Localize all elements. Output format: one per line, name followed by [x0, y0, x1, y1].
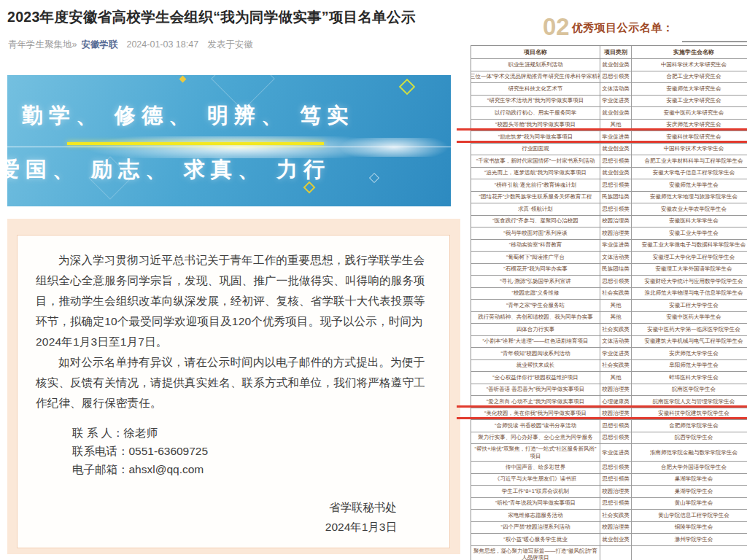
table-row: “善听善语 善思善为”我为同学做实事项目校园治理类皖南医学院学生会	[471, 384, 747, 397]
account-link[interactable]: 安徽学联	[81, 39, 117, 50]
cell-cat: 校园治理类	[600, 216, 632, 228]
cell-union: 安徽医科大学学生会	[632, 216, 747, 228]
contact-block: 联 系 人：徐老师 联系电话：0551-63609725 电子邮箱：ahsxl@…	[72, 424, 432, 478]
highlight-underline	[457, 128, 747, 131]
contact-person: 联 系 人：徐老师	[72, 424, 432, 442]
table-row: 践行劳动精神、共创和谐校园、我为同学办实事其他安徽中医药大学学生会	[471, 312, 747, 324]
cell-union: 黄山学院学生会	[632, 498, 747, 510]
banner-slogan-line2: 爱国、 励志、 求真、 力行	[7, 155, 330, 184]
cell-cat: 校园治理类	[600, 486, 632, 498]
contact-phone: 联系电话：0551-63609725	[72, 442, 432, 460]
cell-name: 学生工作“8+1”联席会议机制	[471, 486, 600, 498]
diamond-outline-icon	[399, 79, 416, 96]
cell-name: “全心权益伴你行”校园权益维护项目	[471, 372, 600, 384]
cell-name: “我与学校面对面”系列座谈	[471, 228, 600, 240]
notice-paragraph-2: 如对公示名单持有异议，请在公示时间内以电子邮件的方式提出。为便于核实、反馈有关情…	[36, 352, 432, 413]
table-top-divider	[682, 41, 747, 42]
table-row: “千家书故事，新时代家国情怀”一封家书系列活动思想引领类合肥工业大学材料科学与工…	[471, 155, 747, 168]
cell-cat: 学业促进类	[600, 348, 632, 360]
cell-union: 安徽大学电子信息工程学院学生会	[632, 168, 747, 180]
cell-cat: 文体活动类	[600, 252, 632, 264]
article-meta: 青年学生聚集地»安徽学联2024-01-03 18:47发表于安徽	[8, 39, 253, 51]
table-row: “追光而上，逐梦远航”我为同学做实事项目就业创业类安徽大学电子信息工程学院学生会	[471, 168, 747, 180]
table-row: “青年领知”校园阅读系列活动学业促进类安庆师范大学学生会	[471, 348, 747, 360]
table-row: “合师悦读 书香校园”读书分享活动思想引领类合肥师范学院学生会	[471, 420, 747, 432]
cell-name: “听松”青年说我为同学做实事项目	[471, 498, 600, 510]
cell-union: 安徽工业大学研究生会	[632, 96, 747, 108]
cell-cat: 其他	[600, 312, 632, 324]
cell-name: 传中国声音、绘多彩世界	[471, 462, 600, 474]
cell-cat: 思想引领类	[600, 179, 632, 192]
table-row: 学生工作“8+1”联席会议机制校园治理类巢湖学院学生会	[471, 486, 747, 498]
cell-union: 淮南师范学院金融与数学学院学生会	[632, 444, 747, 462]
cell-union: 滁州学院学生会	[632, 534, 747, 546]
cell-cat: 其他	[600, 372, 632, 384]
cell-union: 安徽师范大学学生会	[632, 179, 747, 192]
cell-cat: 思想引领类	[600, 276, 632, 288]
cell-name: 聚力行实事、同心办好事、全心全意为同学服务	[471, 432, 600, 445]
cell-union: 安徽工业大学微电子与数据科学学院学生会	[632, 240, 747, 252]
signature-block: 省学联秘书处 2024年1月3日	[36, 497, 432, 537]
table-row: 家电维修志愿服务活动社会实践类黄山学院信息工程学院学生会	[471, 510, 747, 522]
cell-cat: 思想引领类	[600, 462, 632, 474]
cell-cat: 文体活动类	[600, 336, 632, 349]
cell-cat: 民族团结类	[600, 192, 632, 204]
cell-cat: 其他	[600, 300, 632, 312]
table-row: “青年之家”学生会服务站其他安徽工程大学学生会	[471, 300, 747, 312]
cell-union: 皖西学院学生会	[632, 432, 747, 445]
cell-union: 合肥大学外国语学院学生会	[632, 462, 747, 474]
table-row: “石榴花开”我为同学办实事民族团结类安徽理工大学外国语学院学生会	[471, 264, 747, 276]
cell-name: “团结花开”少数民族学生联系服务关怀教育工程	[471, 192, 600, 204]
table-row: 传中国声音、绘多彩世界思想引领类合肥大学外国语学院学生会	[471, 462, 747, 474]
cell-cat: 民族团结类	[600, 264, 632, 276]
cell-cat: 思想引领类	[600, 71, 632, 84]
cell-union: 安庆师范大学学生会	[632, 348, 747, 360]
table-row: 求真·领航计划思想引领类安徽农业大学农学院学生会	[471, 203, 747, 216]
table-row: “听松”青年说我为同学做实事项目思想引领类黄山学院学生会	[471, 498, 747, 510]
cell-name: 就业帮扶来成长	[471, 360, 600, 373]
section-number: 02	[543, 15, 570, 39]
cell-cat: 学业促进类	[600, 444, 632, 462]
cell-union: 合肥工业大学材料科学与工程学院学生会	[632, 155, 747, 168]
cell-name: 践行劳动精神、共创和谐校园、我为同学办实事	[471, 312, 600, 324]
cell-cat: 思想引领类	[600, 420, 632, 432]
table-row: 研究生科技文化艺术节文体活动类安徽师范大学研究生会	[471, 83, 747, 96]
table-row: “团结花开”少数民族学生联系服务关怀教育工程民族团结类安徽师范大学地理与旅游学院…	[471, 192, 747, 204]
cell-name: “善听善语 善思善为”我为同学做实事项目	[471, 384, 600, 397]
table-row: 聚力行实事、同心办好事、全心全意为同学服务思想引领类皖西学院学生会	[471, 432, 747, 445]
cell-union: 安徽中医药大学研究生会	[632, 107, 747, 120]
cell-cat: 校园治理类	[600, 522, 632, 534]
cell-union	[632, 546, 747, 560]
signature-org: 省学联秘书处	[36, 497, 397, 517]
page: 2023年度安徽省高校学生会组织“我为同学做实事”项目名单公示 青年学生聚集地»…	[0, 0, 747, 560]
diamond-icon	[179, 76, 187, 83]
table-body: 职业生涯规划系列活动就业创业类中国科学技术大学研究生会“三位一体”学术交流品牌助…	[471, 59, 747, 560]
diamond-outline-icon	[369, 173, 379, 183]
cell-name: “榜样引航·逐光前行”教育铸魂计划	[471, 179, 600, 192]
projects-table: 项目名称 项目类别 实施学生会名称 职业生涯规划系列活动就业创业类中国科学技术大…	[471, 45, 747, 560]
cell-cat: 文体活动类	[600, 83, 632, 96]
cell-union: 蚌埠医科大学学生会	[632, 372, 747, 384]
table-row: “权小益”暖心服务学生就业就业创业类滁州学院学生会	[471, 534, 747, 546]
table-row: 以行动践行初心、用实干服务同学就业创业类安徽中医药大学研究生会	[471, 107, 747, 120]
cell-union: 中国科学技术大学学生会	[632, 144, 747, 156]
banner-yellow-underline	[67, 142, 324, 145]
cell-cat	[600, 546, 632, 560]
cell-name: 以行动践行初心、用实干服务同学	[471, 107, 600, 120]
cell-union: 安徽工业大学学生会	[632, 228, 747, 240]
cell-union: 安徽中医药大学学生会	[632, 312, 747, 324]
cell-cat: 思想引领类	[600, 203, 632, 216]
cell-cat: 社会实践类	[600, 360, 632, 373]
cell-cat: 就业创业类	[600, 168, 632, 180]
cell-cat: 学业促进类	[600, 240, 632, 252]
notice-paragraph-1: 为深入学习贯彻习近平总书记关于青年工作的重要思想，践行学联学生会组织全心全意服务…	[36, 250, 432, 352]
cell-union: 安徽理工大学化学工程学院学生会	[632, 252, 747, 264]
cell-cat: 社会实践类	[600, 510, 632, 522]
cell-union: 巢湖学院学生会	[632, 474, 747, 486]
table-row: “寻礼·溯源”弘扬国学系列宣讲思想引领类安徽财经大学统计与应用数学学院学生会	[471, 276, 747, 288]
light-line	[7, 147, 451, 147]
cell-union: 安徽财经大学统计与应用数学学院学生会	[632, 276, 747, 288]
cell-name: 聚焦思想，凝心聚力谱写新篇——打造“徽风皖韵”育人品牌项目	[471, 546, 600, 560]
cell-union: 安徽师范大学地理与旅游学院学生会	[632, 192, 747, 204]
cell-name: “青年之家”学生会服务站	[471, 300, 600, 312]
